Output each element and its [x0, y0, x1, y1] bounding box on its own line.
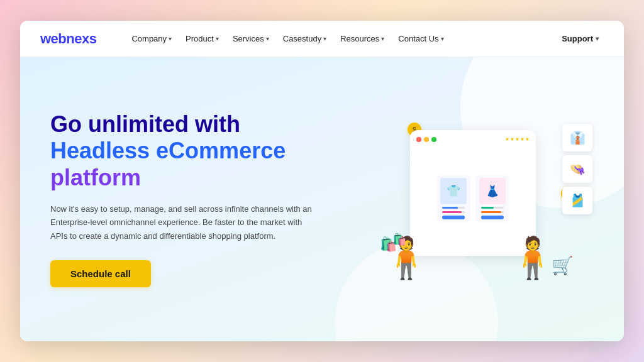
logo[interactable]: webnexs	[40, 31, 96, 47]
hero-content: Go unlimited with Headless eCommerce pla…	[20, 57, 347, 341]
product-image-2: 👗	[479, 178, 506, 204]
side-product-1: 👔	[562, 124, 592, 151]
side-product-3: 🎽	[562, 187, 592, 214]
schedule-call-button[interactable]: Schedule call	[50, 260, 151, 287]
side-products: 👔 👒 🎽	[562, 124, 592, 214]
hero-title-line2: Headless eCommerce	[50, 138, 322, 164]
nav-label-product: Product	[186, 34, 214, 43]
support-button[interactable]: Support ▾	[557, 31, 604, 47]
figure-right: 🧍	[508, 238, 558, 278]
nav-label-services: Services	[233, 34, 264, 43]
product-bar-1	[442, 207, 465, 209]
product-bar-fill-1	[442, 207, 458, 209]
product-add-button-1[interactable]	[442, 216, 465, 219]
product-bar-fill-2	[442, 211, 462, 213]
chevron-down-icon: ▾	[216, 35, 219, 42]
nav-right: Support ▾	[557, 31, 604, 47]
product-bar-fill-4	[481, 211, 501, 213]
star-icon: ★	[525, 136, 530, 142]
nav-label-contact: Contact Us	[398, 34, 438, 43]
nav-item-product[interactable]: Product ▾	[180, 31, 224, 47]
nav-label-resources: Resources	[340, 34, 379, 43]
chevron-down-icon: ▾	[266, 35, 269, 42]
hero-description: Now it's easy to setup, manage, and sell…	[50, 202, 321, 243]
dot-yellow	[424, 137, 429, 142]
product-bar-2	[442, 211, 465, 213]
star-icon: ★	[505, 136, 509, 142]
dot-green	[431, 137, 436, 142]
product-card-1: 👕	[436, 175, 470, 222]
star-icon: ★	[510, 136, 514, 142]
hero-section: Go unlimited with Headless eCommerce pla…	[20, 57, 624, 341]
support-label: Support	[562, 34, 593, 43]
chevron-down-icon: ▾	[381, 35, 384, 42]
nav-item-company[interactable]: Company ▾	[126, 31, 177, 47]
chevron-down-icon: ▾	[323, 35, 326, 42]
nav-item-services[interactable]: Services ▾	[228, 31, 274, 47]
panel-header: ★ ★ ★ ★ ★	[416, 136, 530, 142]
panel-products: 👕 👗	[416, 147, 530, 250]
nav-item-contact[interactable]: Contact Us ▾	[393, 31, 448, 47]
hero-title-line3: platform	[50, 165, 322, 191]
side-product-2: 👒	[562, 155, 592, 183]
product-card-2: 👗	[475, 175, 509, 222]
navbar: webnexs Company ▾ Product ▾ Services ▾ C…	[20, 21, 624, 57]
product-bar-3	[481, 207, 504, 209]
dot-red	[416, 137, 421, 142]
chevron-down-icon: ▾	[441, 35, 444, 42]
bag-icon-left2: 🛍️	[392, 233, 406, 246]
hero-illustration: $ ★ ★ ★ ★ ★	[347, 57, 624, 341]
illustration-container: $ ★ ★ ★ ★ ★	[379, 111, 592, 287]
product-add-button-2[interactable]	[481, 216, 504, 219]
chevron-down-icon: ▾	[596, 35, 599, 42]
star-icon: ★	[515, 136, 519, 142]
browser-window: webnexs Company ▾ Product ▾ Services ▾ C…	[20, 21, 624, 341]
product-image-1: 👕	[440, 178, 467, 204]
nav-label-company: Company	[131, 34, 167, 43]
star-icon: ★	[520, 136, 525, 142]
hero-title-line1: Go unlimited with	[50, 111, 322, 138]
cart-icon: 🛒	[552, 255, 574, 276]
nav-item-casestudy[interactable]: Casestudy ▾	[278, 31, 331, 47]
panel-stars: ★ ★ ★ ★ ★	[505, 136, 530, 142]
nav-label-casestudy: Casestudy	[283, 34, 321, 43]
product-bar-fill-3	[481, 207, 494, 209]
nav-links: Company ▾ Product ▾ Services ▾ Casestudy…	[126, 31, 557, 47]
chevron-down-icon: ▾	[169, 35, 172, 42]
product-bar-4	[481, 211, 504, 213]
hero-title: Go unlimited with Headless eCommerce pla…	[50, 111, 322, 191]
nav-item-resources[interactable]: Resources ▾	[335, 31, 389, 47]
